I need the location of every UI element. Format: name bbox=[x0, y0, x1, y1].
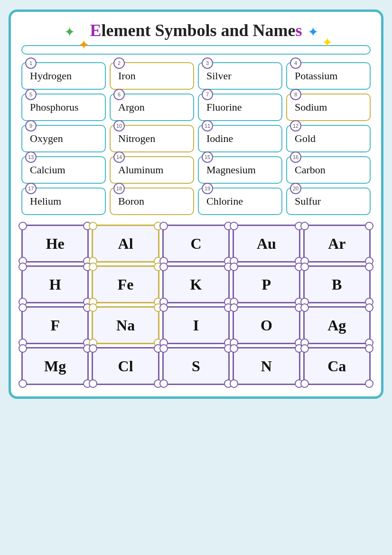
num-badge-5: 5 bbox=[25, 89, 37, 100]
element-name-17: Helium bbox=[27, 195, 61, 207]
num-badge-13: 13 bbox=[25, 151, 37, 163]
name-cell-5: 5 Phosphorus bbox=[21, 94, 106, 121]
num-badge-11: 11 bbox=[202, 120, 213, 132]
num-badge-8: 8 bbox=[290, 89, 301, 100]
element-name-15: Magnesium bbox=[204, 164, 256, 176]
num-badge-15: 15 bbox=[202, 151, 213, 163]
symbol-cell-P[interactable]: P bbox=[233, 265, 300, 303]
symbol-cell-Ag[interactable]: Ag bbox=[303, 306, 371, 344]
corner-tl bbox=[89, 263, 97, 271]
corner-bl bbox=[230, 379, 238, 388]
symbol-cell-B[interactable]: B bbox=[303, 265, 371, 303]
num-badge-17: 17 bbox=[25, 183, 37, 194]
symbol-cell-Cl[interactable]: Cl bbox=[92, 347, 159, 385]
name-cell-13: 13 Calcium bbox=[21, 156, 106, 184]
name-cell-8: 8 Sodium bbox=[286, 94, 371, 121]
corner-tl bbox=[19, 222, 27, 230]
symbol-cell-Mg[interactable]: Mg bbox=[21, 347, 89, 385]
num-badge-12: 12 bbox=[290, 120, 301, 132]
corner-bl bbox=[19, 379, 27, 388]
corner-tr bbox=[365, 263, 373, 271]
symbols-row-0: He Al C Au Ar bbox=[21, 225, 371, 263]
star-yellow-icon: ✦ bbox=[322, 35, 333, 50]
symbol-cell-F[interactable]: F bbox=[21, 306, 89, 344]
corner-br bbox=[365, 379, 373, 388]
element-name-16: Carbon bbox=[292, 164, 326, 176]
symbol-text-F: F bbox=[50, 317, 60, 334]
num-badge-10: 10 bbox=[113, 120, 125, 132]
instruction-box bbox=[21, 45, 371, 55]
symbols-section: He Al C Au Ar bbox=[21, 225, 371, 385]
corner-tr bbox=[365, 222, 373, 230]
name-cell-6: 6 Argon bbox=[110, 94, 194, 121]
symbol-text-H: H bbox=[49, 276, 61, 293]
symbol-cell-I[interactable]: I bbox=[162, 306, 230, 344]
page: ✦ ✦ Element Symbols and Names ✦ ✦ 1 Hydr… bbox=[9, 9, 383, 399]
element-name-10: Nitrogen bbox=[115, 132, 155, 145]
symbol-cell-O[interactable]: O bbox=[233, 306, 300, 344]
name-cell-18: 18 Boron bbox=[110, 188, 194, 215]
num-badge-19: 19 bbox=[202, 183, 213, 194]
element-name-1: Hydrogen bbox=[27, 70, 72, 82]
corner-tl bbox=[230, 344, 238, 353]
element-name-14: Aluminum bbox=[115, 164, 163, 176]
element-name-3: Silver bbox=[204, 70, 232, 82]
symbol-text-Ca: Ca bbox=[327, 357, 346, 375]
symbol-cell-Ca[interactable]: Ca bbox=[303, 347, 371, 385]
symbol-cell-K[interactable]: K bbox=[162, 265, 230, 303]
symbol-cell-S[interactable]: S bbox=[162, 347, 230, 385]
symbol-text-He: He bbox=[46, 235, 65, 253]
symbol-cell-He[interactable]: He bbox=[21, 225, 89, 263]
name-cell-14: 14 Aluminum bbox=[110, 156, 194, 184]
symbol-cell-N[interactable]: N bbox=[233, 347, 300, 385]
corner-tl bbox=[89, 303, 97, 312]
corner-tl bbox=[230, 222, 238, 230]
element-name-13: Calcium bbox=[27, 164, 65, 176]
corner-bl bbox=[89, 379, 97, 388]
symbol-text-I: I bbox=[193, 317, 199, 334]
element-name-19: Chlorine bbox=[204, 195, 243, 207]
name-cell-17: 17 Helium bbox=[21, 188, 106, 215]
corner-tr bbox=[365, 344, 373, 353]
symbol-cell-Fe[interactable]: Fe bbox=[92, 265, 159, 303]
symbols-row-2: F Na I O Ag bbox=[21, 306, 371, 344]
symbol-text-Na: Na bbox=[116, 317, 135, 334]
corner-tl bbox=[230, 303, 238, 312]
symbol-cell-H[interactable]: H bbox=[21, 265, 89, 303]
corner-tl bbox=[19, 303, 27, 312]
corner-bl bbox=[159, 379, 168, 388]
num-badge-4: 4 bbox=[290, 57, 301, 69]
element-name-9: Oxygen bbox=[27, 132, 63, 145]
symbol-cell-C[interactable]: C bbox=[162, 225, 230, 263]
num-badge-7: 7 bbox=[202, 89, 213, 100]
element-name-5: Phosphorus bbox=[27, 101, 79, 113]
name-cell-4: 4 Potassium bbox=[286, 62, 371, 90]
element-name-20: Sulfur bbox=[292, 195, 321, 207]
symbol-text-Au: Au bbox=[257, 235, 276, 253]
symbol-cell-Al[interactable]: Al bbox=[92, 225, 159, 263]
names-grid: 1 Hydrogen 2 Iron 3 Silver 4 Potassium 5… bbox=[21, 62, 371, 215]
element-name-11: Iodine bbox=[204, 132, 233, 145]
num-badge-18: 18 bbox=[113, 183, 125, 194]
name-cell-15: 15 Magnesium bbox=[198, 156, 282, 184]
symbol-text-Al: Al bbox=[118, 235, 133, 253]
num-badge-20: 20 bbox=[290, 183, 301, 194]
name-cell-9: 9 Oxygen bbox=[21, 125, 106, 152]
symbol-text-K: K bbox=[190, 276, 202, 293]
star-blue-icon: ✦ bbox=[308, 24, 318, 40]
corner-tl bbox=[19, 263, 27, 271]
symbols-row-1: H Fe K P B bbox=[21, 265, 371, 303]
star-green-icon: ✦ bbox=[64, 24, 75, 40]
symbol-cell-Au[interactable]: Au bbox=[233, 225, 300, 263]
name-cell-19: 19 Chlorine bbox=[198, 188, 282, 215]
symbol-cell-Na[interactable]: Na bbox=[92, 306, 159, 344]
name-cell-2: 2 Iron bbox=[110, 62, 194, 90]
corner-tl bbox=[159, 303, 168, 312]
symbol-text-S: S bbox=[192, 357, 200, 375]
corner-tl bbox=[300, 303, 309, 312]
title-area: ✦ ✦ Element Symbols and Names ✦ ✦ bbox=[21, 20, 371, 40]
symbol-text-Ar: Ar bbox=[328, 235, 345, 253]
symbol-cell-Ar[interactable]: Ar bbox=[303, 225, 371, 263]
num-badge-9: 9 bbox=[25, 120, 37, 132]
name-cell-7: 7 Fluorine bbox=[198, 94, 282, 121]
